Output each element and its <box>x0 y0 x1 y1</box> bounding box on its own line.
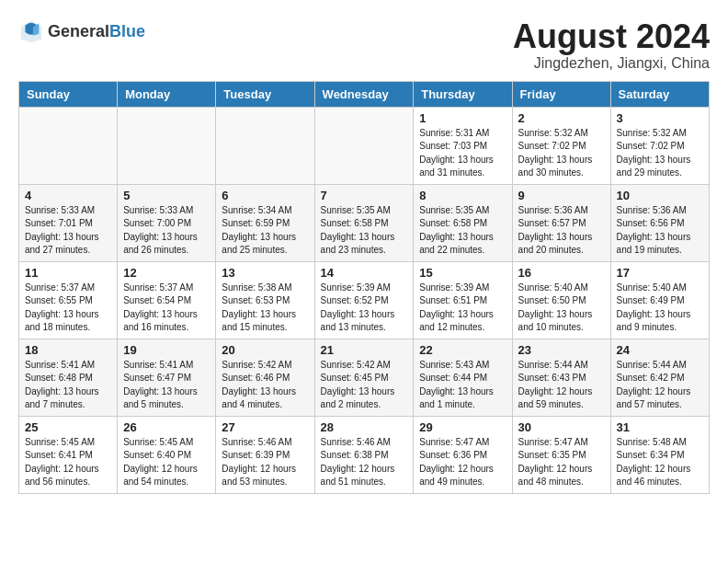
day-info: Sunrise: 5:36 AM Sunset: 6:56 PM Dayligh… <box>617 204 703 258</box>
calendar-cell: 12Sunrise: 5:37 AM Sunset: 6:54 PM Dayli… <box>118 261 216 339</box>
day-number: 3 <box>617 111 703 125</box>
day-number: 4 <box>25 189 111 202</box>
calendar-cell: 25Sunrise: 5:45 AM Sunset: 6:41 PM Dayli… <box>19 416 118 493</box>
day-number: 27 <box>222 420 308 434</box>
logo: GeneralBlue <box>18 18 145 44</box>
day-info: Sunrise: 5:38 AM Sunset: 6:53 PM Dayligh… <box>222 282 308 335</box>
calendar-cell <box>118 107 216 184</box>
calendar-cell <box>216 107 314 184</box>
day-number: 2 <box>518 111 605 125</box>
calendar-week-5: 25Sunrise: 5:45 AM Sunset: 6:41 PM Dayli… <box>19 416 710 493</box>
day-info: Sunrise: 5:48 AM Sunset: 6:34 PM Dayligh… <box>617 436 703 489</box>
calendar-cell <box>314 107 414 184</box>
day-number: 12 <box>123 266 210 280</box>
day-info: Sunrise: 5:35 AM Sunset: 6:58 PM Dayligh… <box>321 204 408 258</box>
weekday-header-monday: Monday <box>118 81 216 107</box>
calendar-cell: 22Sunrise: 5:43 AM Sunset: 6:44 PM Dayli… <box>414 339 512 416</box>
calendar-week-2: 4Sunrise: 5:33 AM Sunset: 7:01 PM Daylig… <box>19 184 710 261</box>
day-number: 16 <box>518 266 605 280</box>
day-number: 26 <box>123 420 210 434</box>
calendar-cell: 18Sunrise: 5:41 AM Sunset: 6:48 PM Dayli… <box>19 339 118 416</box>
day-number: 13 <box>222 266 308 280</box>
day-number: 19 <box>123 343 210 357</box>
weekday-header-saturday: Saturday <box>610 81 709 107</box>
day-info: Sunrise: 5:33 AM Sunset: 7:00 PM Dayligh… <box>123 204 210 258</box>
day-info: Sunrise: 5:40 AM Sunset: 6:49 PM Dayligh… <box>617 282 703 335</box>
calendar-cell: 11Sunrise: 5:37 AM Sunset: 6:55 PM Dayli… <box>19 261 118 339</box>
day-info: Sunrise: 5:34 AM Sunset: 6:59 PM Dayligh… <box>222 204 308 258</box>
calendar-cell: 21Sunrise: 5:42 AM Sunset: 6:45 PM Dayli… <box>314 339 414 416</box>
weekday-header-friday: Friday <box>512 81 610 107</box>
calendar-cell: 3Sunrise: 5:32 AM Sunset: 7:02 PM Daylig… <box>610 107 709 184</box>
day-info: Sunrise: 5:31 AM Sunset: 7:03 PM Dayligh… <box>419 127 506 180</box>
day-info: Sunrise: 5:37 AM Sunset: 6:54 PM Dayligh… <box>123 282 210 335</box>
day-number: 29 <box>419 420 506 434</box>
logo-text: GeneralBlue <box>48 22 145 41</box>
day-info: Sunrise: 5:42 AM Sunset: 6:45 PM Dayligh… <box>321 359 408 412</box>
day-number: 20 <box>222 343 308 357</box>
calendar-cell: 2Sunrise: 5:32 AM Sunset: 7:02 PM Daylig… <box>512 107 610 184</box>
calendar-cell: 30Sunrise: 5:47 AM Sunset: 6:35 PM Dayli… <box>512 416 610 493</box>
calendar-cell: 7Sunrise: 5:35 AM Sunset: 6:58 PM Daylig… <box>314 184 414 261</box>
calendar-cell: 13Sunrise: 5:38 AM Sunset: 6:53 PM Dayli… <box>216 261 314 339</box>
month-title: August 2024 <box>513 18 710 55</box>
calendar-cell: 23Sunrise: 5:44 AM Sunset: 6:43 PM Dayli… <box>512 339 610 416</box>
day-info: Sunrise: 5:41 AM Sunset: 6:48 PM Dayligh… <box>25 359 111 412</box>
calendar-cell: 20Sunrise: 5:42 AM Sunset: 6:46 PM Dayli… <box>216 339 314 416</box>
weekday-header-thursday: Thursday <box>414 81 512 107</box>
day-info: Sunrise: 5:46 AM Sunset: 6:38 PM Dayligh… <box>321 436 408 489</box>
weekday-header-wednesday: Wednesday <box>314 81 414 107</box>
day-number: 25 <box>25 420 111 434</box>
calendar-week-4: 18Sunrise: 5:41 AM Sunset: 6:48 PM Dayli… <box>19 339 710 416</box>
day-info: Sunrise: 5:39 AM Sunset: 6:51 PM Dayligh… <box>419 282 506 335</box>
calendar-cell: 28Sunrise: 5:46 AM Sunset: 6:38 PM Dayli… <box>314 416 414 493</box>
day-info: Sunrise: 5:45 AM Sunset: 6:41 PM Dayligh… <box>25 436 111 489</box>
day-info: Sunrise: 5:46 AM Sunset: 6:39 PM Dayligh… <box>222 436 308 489</box>
calendar-cell: 27Sunrise: 5:46 AM Sunset: 6:39 PM Dayli… <box>216 416 314 493</box>
calendar-cell: 26Sunrise: 5:45 AM Sunset: 6:40 PM Dayli… <box>118 416 216 493</box>
day-number: 17 <box>617 266 703 280</box>
day-number: 9 <box>518 189 605 202</box>
day-number: 7 <box>321 189 408 202</box>
day-info: Sunrise: 5:44 AM Sunset: 6:43 PM Dayligh… <box>518 359 605 412</box>
calendar-cell: 10Sunrise: 5:36 AM Sunset: 6:56 PM Dayli… <box>610 184 709 261</box>
calendar-cell: 19Sunrise: 5:41 AM Sunset: 6:47 PM Dayli… <box>118 339 216 416</box>
day-number: 14 <box>321 266 408 280</box>
day-number: 24 <box>617 343 703 357</box>
weekday-header-sunday: Sunday <box>19 81 118 107</box>
day-number: 18 <box>25 343 111 357</box>
calendar-cell: 14Sunrise: 5:39 AM Sunset: 6:52 PM Dayli… <box>314 261 414 339</box>
day-info: Sunrise: 5:41 AM Sunset: 6:47 PM Dayligh… <box>123 359 210 412</box>
day-number: 23 <box>518 343 605 357</box>
day-info: Sunrise: 5:39 AM Sunset: 6:52 PM Dayligh… <box>321 282 408 335</box>
calendar-cell: 29Sunrise: 5:47 AM Sunset: 6:36 PM Dayli… <box>414 416 512 493</box>
day-number: 10 <box>617 189 703 202</box>
calendar-cell: 5Sunrise: 5:33 AM Sunset: 7:00 PM Daylig… <box>118 184 216 261</box>
day-number: 8 <box>419 189 506 202</box>
day-info: Sunrise: 5:36 AM Sunset: 6:57 PM Dayligh… <box>518 204 605 258</box>
day-info: Sunrise: 5:32 AM Sunset: 7:02 PM Dayligh… <box>617 127 703 180</box>
day-number: 28 <box>321 420 408 434</box>
logo-icon <box>18 18 44 44</box>
day-number: 11 <box>25 266 111 280</box>
calendar-cell <box>19 107 118 184</box>
day-info: Sunrise: 5:45 AM Sunset: 6:40 PM Dayligh… <box>123 436 210 489</box>
location-title: Jingdezhen, Jiangxi, China <box>513 55 710 72</box>
day-number: 30 <box>518 420 605 434</box>
day-number: 5 <box>123 189 210 202</box>
day-info: Sunrise: 5:47 AM Sunset: 6:35 PM Dayligh… <box>518 436 605 489</box>
calendar-cell: 1Sunrise: 5:31 AM Sunset: 7:03 PM Daylig… <box>414 107 512 184</box>
calendar-table: SundayMondayTuesdayWednesdayThursdayFrid… <box>18 81 710 494</box>
calendar-cell: 4Sunrise: 5:33 AM Sunset: 7:01 PM Daylig… <box>19 184 118 261</box>
calendar-cell: 9Sunrise: 5:36 AM Sunset: 6:57 PM Daylig… <box>512 184 610 261</box>
calendar-cell: 24Sunrise: 5:44 AM Sunset: 6:42 PM Dayli… <box>610 339 709 416</box>
logo-general: General <box>48 22 109 40</box>
day-info: Sunrise: 5:40 AM Sunset: 6:50 PM Dayligh… <box>518 282 605 335</box>
calendar-cell: 6Sunrise: 5:34 AM Sunset: 6:59 PM Daylig… <box>216 184 314 261</box>
header: GeneralBlue August 2024 Jingdezhen, Jian… <box>18 18 710 72</box>
calendar-week-1: 1Sunrise: 5:31 AM Sunset: 7:03 PM Daylig… <box>19 107 710 184</box>
day-info: Sunrise: 5:32 AM Sunset: 7:02 PM Dayligh… <box>518 127 605 180</box>
weekday-header-row: SundayMondayTuesdayWednesdayThursdayFrid… <box>19 81 710 107</box>
day-info: Sunrise: 5:37 AM Sunset: 6:55 PM Dayligh… <box>25 282 111 335</box>
calendar-cell: 16Sunrise: 5:40 AM Sunset: 6:50 PM Dayli… <box>512 261 610 339</box>
